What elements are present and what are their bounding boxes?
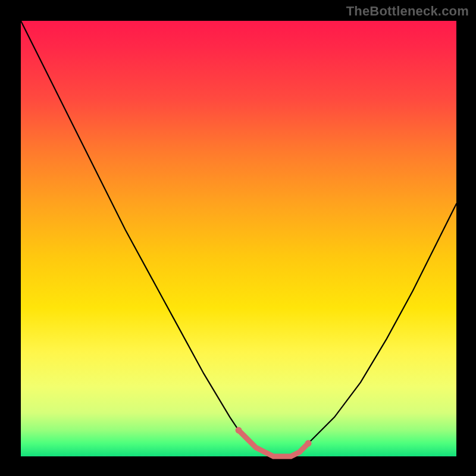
optimal-zone-endcap-left	[236, 427, 242, 434]
watermark-text: TheBottleneck.com	[346, 4, 469, 19]
optimal-zone-path	[239, 430, 308, 456]
curve-overlay	[21, 21, 456, 456]
optimal-zone-endcap-right	[305, 440, 312, 447]
chart-frame: TheBottleneck.com	[0, 0, 476, 476]
plot-area-wrapper	[21, 21, 456, 456]
bottleneck-curve-path	[21, 21, 456, 456]
